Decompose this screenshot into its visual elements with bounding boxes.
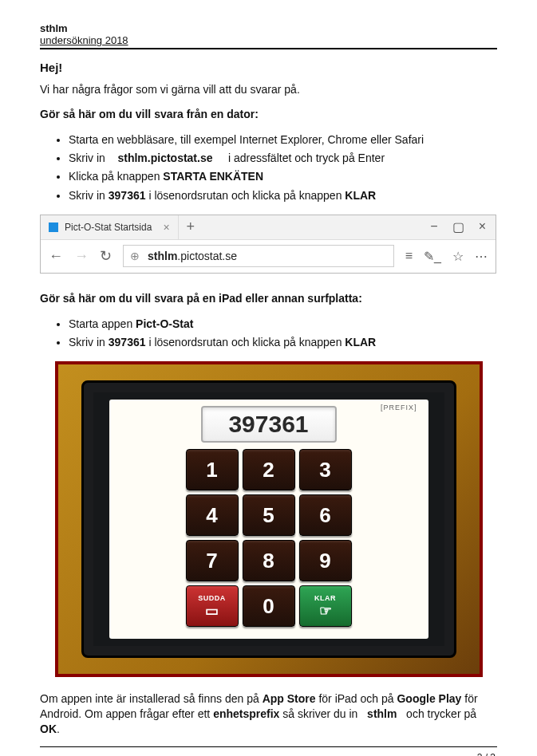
greeting-heading: Hej! <box>40 61 497 74</box>
text: Google Play <box>397 692 461 705</box>
text: KLAR <box>345 336 376 348</box>
text: Klicka på knappen <box>69 170 160 183</box>
address-bar[interactable]: ⊕ sthlm.pictostat.se <box>123 245 394 267</box>
code-text: 397361 <box>109 189 146 202</box>
url-prefix: sthlm <box>148 250 177 262</box>
url-text: sthlm.pictostat.se <box>117 152 212 164</box>
text: för iPad och på <box>318 692 393 705</box>
list-item: Skriv in 397361 i lösenordsrutan och kli… <box>69 187 497 203</box>
maximize-icon[interactable]: ▢ <box>452 219 464 234</box>
key-8[interactable]: 8 <box>243 540 295 581</box>
heading-from-ipad: Gör så här om du vill svara på en iPad e… <box>40 291 497 306</box>
ipad-device: [PREFIX] 397361 1 2 3 4 5 6 7 8 9 SUDDA … <box>81 380 456 658</box>
header-brand: sthlm <box>40 22 497 34</box>
browser-tab[interactable]: Pict-O-Stat Startsida × <box>41 215 179 239</box>
close-window-icon[interactable]: × <box>479 219 486 234</box>
list-item: Starta en webbläsare, till exempel Inter… <box>69 132 497 148</box>
key-0[interactable]: 0 <box>243 585 295 627</box>
globe-icon: ⊕ <box>130 250 140 262</box>
back-icon[interactable]: ← <box>49 248 63 265</box>
new-tab-button[interactable]: + <box>179 219 203 235</box>
forward-icon[interactable]: → <box>74 248 89 265</box>
intro-text: Vi har några frågor som vi gärna vill at… <box>40 82 497 97</box>
key-3[interactable]: 3 <box>299 449 352 490</box>
erase-label: SUDDA <box>198 594 226 602</box>
heading-from-computer: Gör så här om du vill svara från en dato… <box>40 107 497 122</box>
steps-ipad: Starta appen Pict-O-Stat Skriv in 397361… <box>69 316 497 351</box>
text: Starta appen <box>69 317 132 330</box>
text: sthlm <box>367 707 397 720</box>
ok-label: KLAR <box>314 594 336 602</box>
text: App Store <box>263 692 316 705</box>
list-item: Klicka på knappen STARTA ENKÄTEN <box>69 168 497 184</box>
text: så skriver du in <box>282 707 357 720</box>
steps-computer: Starta en webbläsare, till exempel Inter… <box>69 132 497 203</box>
keypad: 1 2 3 4 5 6 7 8 9 SUDDA ▭ 0 KLAR <box>186 449 352 627</box>
key-6[interactable]: 6 <box>299 494 352 536</box>
text: Pict-O-Stat <box>136 317 193 330</box>
ipad-photo: [PREFIX] 397361 1 2 3 4 5 6 7 8 9 SUDDA … <box>55 361 483 677</box>
text: Om appen inte är installerad så finns de… <box>40 692 259 705</box>
favicon-icon <box>49 222 58 232</box>
eraser-icon: ▭ <box>205 604 219 618</box>
text: OK <box>40 723 57 735</box>
text: enhetsprefix <box>213 707 279 720</box>
header-subtitle: undersökning 2018 <box>40 34 497 46</box>
browser-tabbar: Pict-O-Stat Startsida × + − ▢ × <box>41 215 496 239</box>
close-tab-icon[interactable]: × <box>163 221 169 234</box>
text: STARTA ENKÄTEN <box>163 170 263 183</box>
browser-toolbar: ← → ↻ ⊕ sthlm.pictostat.se ≡ ✎_ ☆ ⋯ <box>41 239 496 273</box>
minimize-icon[interactable]: − <box>430 219 437 234</box>
key-4[interactable]: 4 <box>186 494 239 536</box>
text: i adressfältet och tryck på Enter <box>228 152 385 164</box>
hand-icon: ☞ <box>319 604 332 618</box>
reading-view-icon[interactable]: ≡ <box>405 249 413 264</box>
list-item: Starta appen Pict-O-Stat <box>69 316 497 332</box>
text: i lösenordsrutan och klicka på knappen <box>148 336 342 348</box>
text: Skriv in <box>69 336 105 348</box>
refresh-icon[interactable]: ↻ <box>100 247 112 265</box>
text: KLAR <box>345 189 376 202</box>
text: Skriv in <box>69 152 105 164</box>
key-2[interactable]: 2 <box>243 449 295 490</box>
app-install-info: Om appen inte är installerad så finns de… <box>40 691 497 737</box>
list-item: Skriv in sthlm.pictostat.se i adressfält… <box>69 150 497 166</box>
more-icon[interactable]: ⋯ <box>475 249 488 264</box>
url-rest: .pictostat.se <box>177 250 237 262</box>
browser-window: Pict-O-Stat Startsida × + − ▢ × ← → ↻ ⊕ … <box>40 215 496 274</box>
favorites-icon[interactable]: ☆ <box>452 249 464 264</box>
text: . <box>57 723 60 735</box>
code-text: 397361 <box>109 336 146 348</box>
prefix-label: [PREFIX] <box>381 404 417 411</box>
note-icon[interactable]: ✎_ <box>424 249 441 264</box>
erase-button[interactable]: SUDDA ▭ <box>186 585 239 627</box>
text: i lösenordsrutan och klicka på knappen <box>148 189 342 202</box>
footer-rule <box>40 746 497 747</box>
ok-button[interactable]: KLAR ☞ <box>299 585 352 627</box>
key-5[interactable]: 5 <box>243 494 295 536</box>
page-number: 2 / 3 <box>40 752 497 756</box>
text: Skriv in <box>69 189 105 202</box>
key-1[interactable]: 1 <box>186 449 239 490</box>
password-field[interactable]: 397361 <box>201 406 337 443</box>
list-item: Skriv in 397361 i lösenordsrutan och kli… <box>69 334 497 350</box>
ipad-screen: 397361 1 2 3 4 5 6 7 8 9 SUDDA ▭ 0 <box>109 400 428 639</box>
key-9[interactable]: 9 <box>299 540 352 581</box>
text: och trycker på <box>406 707 476 720</box>
tab-title: Pict-O-Stat Startsida <box>65 222 152 233</box>
header-rule <box>40 48 497 49</box>
key-7[interactable]: 7 <box>186 540 239 581</box>
